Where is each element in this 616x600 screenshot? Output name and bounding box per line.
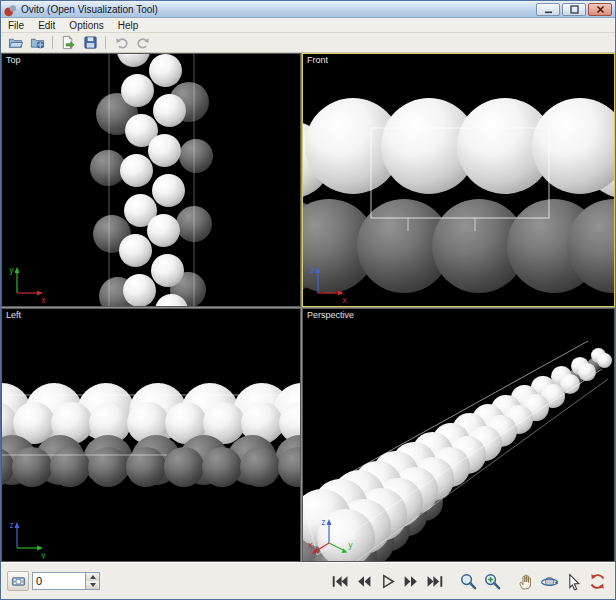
- viewport-left[interactable]: Left z y: [1, 308, 301, 562]
- frame-spin-down[interactable]: [86, 581, 99, 589]
- white-atom-sphere: [123, 274, 156, 307]
- toolbar: [1, 33, 615, 53]
- play-animation-button[interactable]: [375, 569, 399, 593]
- menu-help[interactable]: Help: [111, 19, 146, 32]
- next-frame-button[interactable]: [399, 569, 423, 593]
- app-window: Ovito (Open Visualization Tool) File Edi…: [0, 0, 616, 600]
- import-remote-file-button[interactable]: [26, 34, 48, 52]
- viewport-caption-front[interactable]: Front: [307, 55, 328, 65]
- maximize-button[interactable]: [562, 3, 586, 16]
- dark-atom-sphere: [164, 447, 204, 487]
- redo-button[interactable]: [132, 34, 154, 52]
- viewport-front-canvas: [303, 54, 614, 306]
- dark-atom-sphere: [179, 139, 213, 173]
- button-group: [456, 569, 504, 593]
- goto-end-button[interactable]: [423, 569, 447, 593]
- dark-atom-sphere: [126, 447, 166, 487]
- frame-spin-up[interactable]: [86, 573, 99, 581]
- white-atom-sphere: [152, 174, 185, 207]
- viewport-top-canvas: [2, 54, 300, 306]
- dark-atom-sphere: [50, 447, 90, 487]
- previous-frame-button[interactable]: [351, 569, 375, 593]
- button-group: [513, 569, 609, 593]
- button-group: [327, 569, 447, 593]
- window-controls: [536, 3, 612, 16]
- white-atom-sphere: [121, 74, 154, 107]
- maximize-icon: [570, 5, 579, 14]
- viewport-caption-left[interactable]: Left: [6, 310, 21, 320]
- close-icon: [596, 5, 605, 14]
- undo-button[interactable]: [110, 34, 132, 52]
- film-icon: [11, 574, 26, 589]
- status-bar: [1, 562, 615, 599]
- orbit-mode-button[interactable]: [537, 569, 561, 593]
- frame-input[interactable]: [32, 572, 86, 590]
- frame-spinbox: [32, 572, 100, 590]
- export-file-button[interactable]: [57, 34, 79, 52]
- viewport-control-buttons: [318, 569, 609, 593]
- viewport-perspective-canvas: [303, 309, 614, 561]
- white-atom-sphere: [120, 154, 153, 187]
- animation-settings-button[interactable]: [7, 571, 29, 591]
- pan-mode-button[interactable]: [513, 569, 537, 593]
- viewport-perspective[interactable]: Perspective z x y: [302, 308, 615, 562]
- save-file-button[interactable]: [79, 34, 101, 52]
- white-atom-sphere: [151, 254, 184, 287]
- menu-bar: File Edit Options Help: [1, 18, 615, 33]
- zoom-mode-button[interactable]: [456, 569, 480, 593]
- zoom-scene-extents-button[interactable]: [480, 569, 504, 593]
- close-button[interactable]: [588, 3, 612, 16]
- white-atom-sphere: [148, 134, 181, 167]
- white-atom-sphere: [147, 214, 180, 247]
- white-atom-sphere: [578, 363, 596, 381]
- animation-frame-controls: [7, 571, 100, 591]
- app-icon: [4, 3, 17, 16]
- viewport-top[interactable]: Top y x: [1, 53, 301, 307]
- pick-mode-button[interactable]: [561, 569, 585, 593]
- viewport-caption-perspective[interactable]: Perspective: [307, 310, 354, 320]
- minimize-icon: [544, 5, 553, 14]
- white-atom-sphere: [117, 53, 150, 67]
- menu-options[interactable]: Options: [62, 19, 110, 32]
- white-atom-sphere: [597, 353, 612, 368]
- white-atom-sphere: [532, 98, 615, 194]
- viewport-grid: Top y x Front: [1, 53, 615, 562]
- viewport-front[interactable]: Front z x: [302, 53, 615, 307]
- white-atom-sphere: [149, 54, 182, 87]
- menu-edit[interactable]: Edit: [31, 19, 62, 32]
- dark-atom-sphere: [202, 447, 242, 487]
- white-atom-sphere: [317, 509, 375, 562]
- dark-atom-sphere: [240, 447, 280, 487]
- dark-atom-sphere: [176, 206, 212, 242]
- dark-atom-sphere: [88, 447, 128, 487]
- open-file-button[interactable]: [4, 34, 26, 52]
- white-atom-sphere: [153, 94, 186, 127]
- rotate-mode-button[interactable]: [585, 569, 609, 593]
- frame-spinner: [86, 572, 100, 590]
- window-title: Ovito (Open Visualization Tool): [21, 4, 536, 15]
- minimize-button[interactable]: [536, 3, 560, 16]
- menu-file[interactable]: File: [1, 19, 31, 32]
- viewport-caption-top[interactable]: Top: [6, 55, 21, 65]
- toolbar-separator: [52, 36, 53, 49]
- viewport-left-canvas: [2, 309, 300, 561]
- title-bar[interactable]: Ovito (Open Visualization Tool): [1, 1, 615, 18]
- toolbar-separator: [105, 36, 106, 49]
- white-atom-sphere: [119, 234, 152, 267]
- goto-start-button[interactable]: [327, 569, 351, 593]
- dark-atom-sphere: [12, 447, 52, 487]
